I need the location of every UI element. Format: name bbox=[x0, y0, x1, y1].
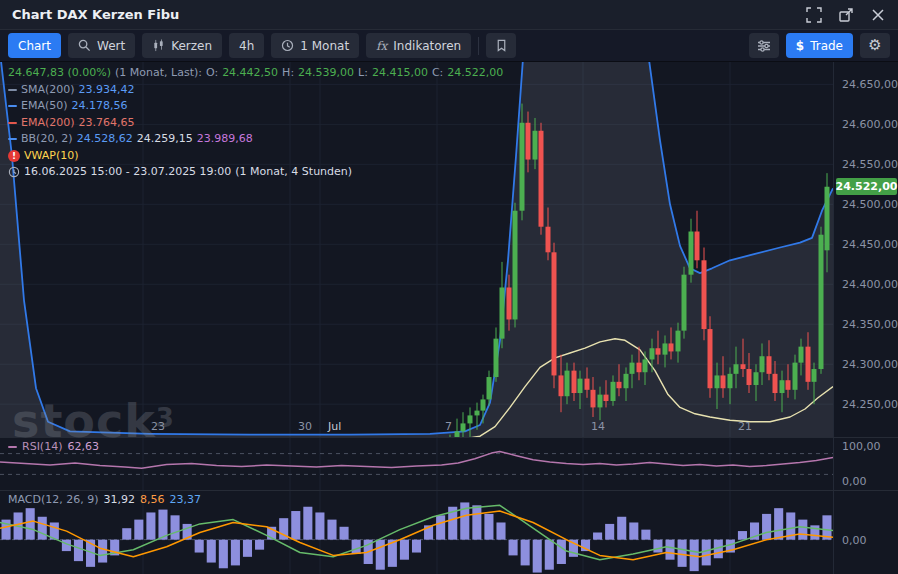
date-range-detail: (1 Monat, 4 Stunden) bbox=[235, 164, 352, 181]
trade-label: Trade bbox=[810, 39, 843, 53]
bb-middle-value: 24.259,15 bbox=[137, 131, 193, 148]
chart-settings-button[interactable] bbox=[749, 33, 779, 58]
chart-menu-button[interactable]: Chart bbox=[8, 33, 61, 58]
indicator-legend: 24.647,83 (0.00%) (1 Monat, Last): O: 24… bbox=[8, 65, 503, 181]
legend-range-row: 16.06.2025 15:00 - 23.07.2025 19:00 (1 M… bbox=[8, 164, 503, 181]
toolbar: Chart Wert Kerzen 4h bbox=[0, 30, 898, 62]
clock-icon bbox=[8, 166, 20, 178]
legend-sma200-row[interactable]: SMA(200) 23.934,42 bbox=[8, 82, 503, 99]
macd-hist-value: 23,37 bbox=[170, 493, 202, 506]
price-tick: 24.400,00 bbox=[842, 278, 898, 291]
price-tick: 24.450,00 bbox=[842, 238, 898, 251]
fib-level-value: 24.647,83 (0.00%) bbox=[8, 65, 111, 82]
price-tick: 24.300,00 bbox=[842, 358, 898, 371]
period-label: 1 Monat bbox=[300, 39, 349, 53]
rsi-legend[interactable]: RSI(14) 62,63 bbox=[8, 440, 99, 453]
price-tick: 24.250,00 bbox=[842, 398, 898, 411]
price-tick: 24.500,00 bbox=[842, 198, 898, 211]
macd-legend[interactable]: MACD(12, 26, 9) 31,92 8,56 23,37 bbox=[8, 493, 201, 506]
bookmark-button[interactable] bbox=[486, 33, 516, 58]
svg-text:14: 14 bbox=[591, 420, 605, 433]
symbol-search-label: Wert bbox=[97, 39, 125, 53]
bookmark-icon bbox=[495, 39, 508, 52]
rsi-axis-bottom: 0,00 bbox=[842, 475, 867, 488]
dollar-icon: $ bbox=[796, 39, 804, 53]
price-axis[interactable]: 24.522,00 24.650,0024.600,0024.550,0024.… bbox=[833, 62, 898, 437]
rsi-value: 62,63 bbox=[67, 440, 99, 453]
legend-vwap-row[interactable]: ! VWAP(10) bbox=[8, 148, 503, 165]
fx-icon: fx bbox=[376, 39, 387, 53]
bb-lower-value: 23.989,68 bbox=[197, 131, 253, 148]
macd-signal-value: 8,56 bbox=[140, 493, 165, 506]
high-value: 24.539,00 bbox=[298, 65, 354, 82]
date-range: 16.06.2025 15:00 - 23.07.2025 19:00 bbox=[24, 164, 231, 181]
sma200-swatch bbox=[8, 89, 17, 91]
bb-upper-value: 24.528,62 bbox=[77, 131, 133, 148]
window-title: Chart DAX Kerzen Fibu bbox=[12, 7, 179, 22]
indicators-label: Indikatoren bbox=[393, 39, 461, 53]
window-titlebar: Chart DAX Kerzen Fibu bbox=[0, 0, 898, 30]
last-price-badge: 24.522,00 bbox=[836, 178, 897, 195]
rsi-axis[interactable]: 100,00 0,00 bbox=[833, 438, 898, 490]
sliders-icon bbox=[757, 39, 771, 53]
svg-text:Jul: Jul bbox=[327, 420, 341, 433]
chart-window: Chart DAX Kerzen Fibu Chart bbox=[0, 0, 898, 574]
macd-panel: MACD(12, 26, 9) 31,92 8,56 23,37 0,00 bbox=[0, 490, 898, 574]
timeframe-button[interactable]: 4h bbox=[229, 33, 264, 58]
ohlc-prefix: (1 Monat, Last): bbox=[115, 65, 202, 82]
toolbar-divider bbox=[478, 37, 479, 55]
price-tick: 24.550,00 bbox=[842, 158, 898, 171]
legend-price-row: 24.647,83 (0.00%) (1 Monat, Last): O: 24… bbox=[8, 65, 503, 82]
svg-text:21: 21 bbox=[738, 420, 752, 433]
clock-icon bbox=[281, 39, 294, 52]
svg-text:30: 30 bbox=[298, 420, 312, 433]
fullscreen-icon[interactable] bbox=[806, 7, 822, 23]
price-tick: 24.650,00 bbox=[842, 78, 898, 91]
gear-icon: ⚙ bbox=[868, 38, 881, 53]
period-button[interactable]: 1 Monat bbox=[271, 33, 359, 58]
ema50-swatch bbox=[8, 105, 17, 107]
ema200-swatch bbox=[8, 122, 17, 124]
window-controls bbox=[806, 7, 886, 23]
symbol-search-button[interactable]: Wert bbox=[68, 33, 135, 58]
legend-ema50-row[interactable]: EMA(50) 24.178,56 bbox=[8, 98, 503, 115]
rsi-label: RSI(14) bbox=[22, 440, 62, 453]
price-tick: 24.350,00 bbox=[842, 318, 898, 331]
timeframe-label: 4h bbox=[239, 39, 254, 53]
popout-window-icon[interactable] bbox=[838, 7, 854, 23]
chart-type-button[interactable]: Kerzen bbox=[142, 33, 222, 58]
legend-bb-row[interactable]: BB(20, 2) 24.528,62 24.259,15 23.989,68 bbox=[8, 131, 503, 148]
legend-ema200-row[interactable]: EMA(200) 23.764,65 bbox=[8, 115, 503, 132]
macd-value: 31,92 bbox=[104, 493, 136, 506]
macd-label: MACD(12, 26, 9) bbox=[8, 493, 99, 506]
low-value: 24.415,00 bbox=[372, 65, 428, 82]
rsi-swatch bbox=[8, 446, 17, 448]
chart-type-label: Kerzen bbox=[171, 39, 212, 53]
warning-icon: ! bbox=[8, 150, 20, 162]
settings-gear-button[interactable]: ⚙ bbox=[860, 33, 890, 58]
candlestick-icon bbox=[152, 39, 165, 52]
rsi-axis-top: 100,00 bbox=[842, 440, 881, 453]
bb-swatch bbox=[8, 138, 17, 140]
main-chart-panel: 2330Jul71421 stock3 24.647,83 (0.00%) (1… bbox=[0, 62, 898, 437]
trade-button[interactable]: $ Trade bbox=[786, 33, 853, 58]
search-icon bbox=[78, 39, 91, 52]
close-icon[interactable] bbox=[870, 7, 886, 23]
close-value: 24.522,00 bbox=[447, 65, 503, 82]
price-tick: 24.600,00 bbox=[842, 118, 898, 131]
svg-text:7: 7 bbox=[445, 420, 452, 433]
open-value: 24.442,50 bbox=[222, 65, 278, 82]
macd-axis-zero: 0,00 bbox=[842, 534, 867, 547]
macd-axis[interactable]: 0,00 bbox=[833, 491, 898, 574]
indicators-button[interactable]: fx Indikatoren bbox=[366, 33, 471, 58]
chart-menu-label: Chart bbox=[18, 39, 51, 53]
